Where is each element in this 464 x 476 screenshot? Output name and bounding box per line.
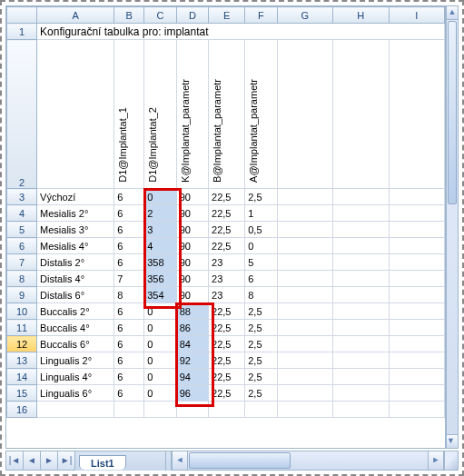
cell-C11[interactable]: 0 <box>144 320 176 336</box>
cell-A12[interactable]: Buccalis 6° <box>37 336 114 352</box>
cell-empty[interactable] <box>277 189 332 205</box>
cell-D5[interactable]: 90 <box>176 222 208 238</box>
cell-E12[interactable]: 22,5 <box>209 336 245 352</box>
cell-F12[interactable]: 2,5 <box>245 336 277 352</box>
cell-F2[interactable]: A@Implantat_parametr <box>245 40 277 189</box>
cell-empty[interactable] <box>389 303 444 320</box>
cell-C7[interactable]: 358 <box>144 254 176 271</box>
cell-C5[interactable]: 3 <box>144 222 176 238</box>
cell-empty[interactable] <box>277 287 332 303</box>
cell-E15[interactable]: 22,5 <box>209 385 245 402</box>
nav-first-button[interactable]: |◄ <box>5 451 23 471</box>
cell-B11[interactable]: 6 <box>114 320 144 336</box>
cell-F10[interactable]: 2,5 <box>245 303 277 320</box>
cell-E5[interactable]: 22,5 <box>209 222 245 238</box>
cell-F9[interactable]: 8 <box>245 287 277 303</box>
cell-empty[interactable] <box>333 222 389 238</box>
cell-empty[interactable] <box>389 352 444 369</box>
cell-A11[interactable]: Buccalis 4° <box>37 320 114 336</box>
cell-B4[interactable]: 6 <box>114 205 144 222</box>
cell-empty[interactable] <box>333 254 389 271</box>
cell-F16[interactable] <box>245 402 277 418</box>
cell-D12[interactable]: 84 <box>176 336 208 352</box>
cell-B10[interactable]: 6 <box>114 303 144 320</box>
cell-E9[interactable]: 23 <box>209 287 245 303</box>
row-header-14[interactable]: 14 <box>7 369 37 385</box>
cell-D7[interactable]: 90 <box>176 254 208 271</box>
sheet-tab-active[interactable]: List1 <box>79 455 126 470</box>
cell-D8[interactable]: 90 <box>176 271 208 287</box>
cell-empty[interactable] <box>333 385 389 402</box>
cell-empty[interactable] <box>333 402 389 418</box>
cell-F6[interactable]: 0 <box>245 238 277 254</box>
cell-empty[interactable] <box>333 271 389 287</box>
cell-B13[interactable]: 6 <box>114 352 144 369</box>
cell-C15[interactable]: 0 <box>144 385 176 402</box>
row-header-7[interactable]: 7 <box>7 254 37 271</box>
cell-H2[interactable] <box>333 40 389 189</box>
hscroll-thumb[interactable] <box>189 452 291 469</box>
cell-empty[interactable] <box>333 303 389 320</box>
cell-F14[interactable]: 2,5 <box>245 369 277 385</box>
cell-E4[interactable]: 22,5 <box>209 205 245 222</box>
cell-A2[interactable] <box>37 40 114 189</box>
cell-E7[interactable]: 23 <box>209 254 245 271</box>
nav-prev-button[interactable]: ◄ <box>23 451 40 471</box>
cell-empty[interactable] <box>333 369 389 385</box>
cell-A6[interactable]: Mesialis 4° <box>37 238 114 254</box>
row-header-16[interactable]: 16 <box>7 402 37 418</box>
cell-D6[interactable]: 90 <box>176 238 208 254</box>
col-header-C[interactable]: C <box>144 7 176 24</box>
cell-empty[interactable] <box>277 385 332 402</box>
row-header-1[interactable]: 1 <box>7 24 37 40</box>
cell-B6[interactable]: 6 <box>114 238 144 254</box>
cell-B8[interactable]: 7 <box>114 271 144 287</box>
cell-E16[interactable] <box>209 402 245 418</box>
cell-empty[interactable] <box>389 189 444 205</box>
row-header-9[interactable]: 9 <box>7 287 37 303</box>
cell-A8[interactable]: Distalis 4° <box>37 271 114 287</box>
nav-last-button[interactable]: ►| <box>57 451 75 471</box>
cell-empty[interactable] <box>389 222 444 238</box>
cell-D15[interactable]: 96 <box>176 385 208 402</box>
scroll-right-button[interactable]: ► <box>428 451 443 470</box>
cell-A3[interactable]: Výchozí <box>37 189 114 205</box>
cell-empty[interactable] <box>277 352 332 369</box>
cell-A9[interactable]: Distalis 6° <box>37 287 114 303</box>
cell-E13[interactable]: 22,5 <box>209 352 245 369</box>
cell-D10[interactable]: 88 <box>176 303 208 320</box>
cell-empty[interactable] <box>277 369 332 385</box>
row-header-8[interactable]: 8 <box>7 271 37 287</box>
cell-empty[interactable] <box>333 189 389 205</box>
cell-E11[interactable]: 22,5 <box>209 320 245 336</box>
cell-E8[interactable]: 23 <box>209 271 245 287</box>
cell-empty[interactable] <box>389 369 444 385</box>
row-header-3[interactable]: 3 <box>7 189 37 205</box>
scroll-left-button[interactable]: ◄ <box>173 451 188 470</box>
cell-empty[interactable] <box>389 271 444 287</box>
cell-F5[interactable]: 0,5 <box>245 222 277 238</box>
cell-empty[interactable] <box>277 303 332 320</box>
cell-A4[interactable]: Mesialis 2° <box>37 205 114 222</box>
select-all-corner[interactable] <box>7 7 37 24</box>
cell-empty[interactable] <box>389 287 444 303</box>
cell-empty[interactable] <box>333 238 389 254</box>
cell-empty[interactable] <box>333 287 389 303</box>
row-header-13[interactable]: 13 <box>7 352 37 369</box>
cell-empty[interactable] <box>389 336 444 352</box>
cell-empty[interactable] <box>277 222 332 238</box>
col-header-I[interactable]: I <box>389 7 444 24</box>
cell-D9[interactable]: 90 <box>176 287 208 303</box>
cell-B16[interactable] <box>114 402 144 418</box>
row-header-5[interactable]: 5 <box>7 222 37 238</box>
cell-B2[interactable]: D1@Implantat_1 <box>114 40 144 189</box>
cell-G2[interactable] <box>277 40 332 189</box>
cell-empty[interactable] <box>277 254 332 271</box>
cell-B5[interactable]: 6 <box>114 222 144 238</box>
cell-empty[interactable] <box>277 271 332 287</box>
cell-empty[interactable] <box>333 320 389 336</box>
title-cell[interactable]: Konfigurační tabulka pro: implantat <box>37 24 445 40</box>
cell-C14[interactable]: 0 <box>144 369 176 385</box>
cell-A15[interactable]: Lingualis 6° <box>37 385 114 402</box>
grid-area[interactable]: A B C D E F G H I 1 Konfigurační tabulka… <box>5 5 446 449</box>
